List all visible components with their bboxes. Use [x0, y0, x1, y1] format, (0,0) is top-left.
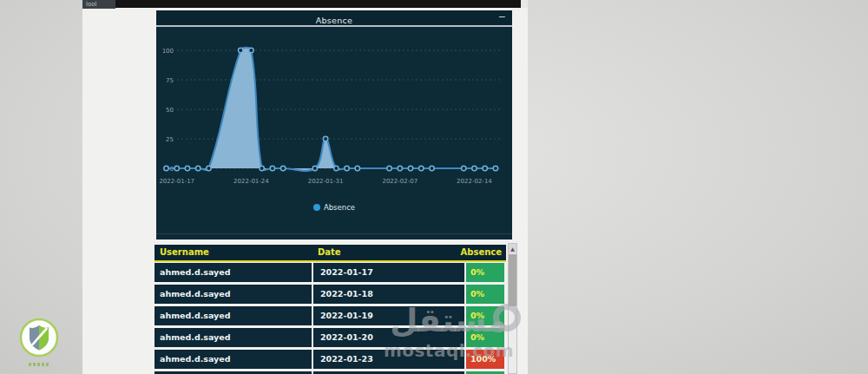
table-scrollbar[interactable]: ▲	[508, 243, 517, 374]
top-bar	[82, 0, 523, 8]
svg-text:100: 100	[162, 48, 174, 55]
date-cell: 2022-01-18	[313, 285, 464, 304]
absence-area-chart[interactable]: 02550751002022-01-172022-01-242022-01-31…	[156, 27, 512, 200]
top-bar-notch	[521, 0, 528, 8]
table-row: ahmed.d.sayed2022-01-170%	[155, 263, 506, 282]
username-cell: ahmed.d.sayed	[155, 350, 312, 369]
table-header-row: UsernameDateAbsence	[155, 245, 506, 262]
scroll-up-arrow[interactable]: ▲	[509, 244, 516, 253]
table-row: ahmed.d.sayed2022-01-200%	[155, 328, 506, 347]
absence-cell: 0%	[466, 328, 504, 347]
page: lool Absence − 02550751002022-01-172022-…	[0, 0, 868, 374]
svg-text:50: 50	[166, 107, 174, 114]
svg-text:25: 25	[166, 136, 174, 143]
absence-table: ahmed.d.sayed2022-01-170%ahmed.d.sayed20…	[155, 263, 506, 374]
username-cell: ahmed.d.sayed	[155, 263, 312, 282]
chart-legend[interactable]: Absence	[156, 203, 512, 212]
legend-label: Absence	[324, 203, 355, 212]
svg-text:2022-02-07: 2022-02-07	[382, 178, 418, 185]
absence-cell: 100%	[466, 350, 504, 369]
username-cell: ahmed.d.sayed	[155, 285, 312, 304]
column-header-username: Username	[160, 245, 209, 260]
username-cell: ahmed.d.sayed	[155, 328, 312, 347]
table-row: ahmed.d.sayed2022-01-190%	[155, 306, 506, 325]
svg-text:75: 75	[166, 77, 174, 84]
svg-text:2022-01-24: 2022-01-24	[233, 178, 269, 185]
logo-caption	[29, 363, 49, 366]
table-row: ahmed.d.sayed2022-01-180%	[155, 285, 506, 304]
scroll-thumb[interactable]	[509, 254, 516, 306]
column-header-date: Date	[318, 245, 341, 260]
column-header-absence: Absence	[461, 245, 502, 260]
date-cell: 2022-01-20	[313, 328, 464, 347]
company-logo	[18, 318, 60, 366]
date-cell: 2022-01-23	[313, 350, 464, 369]
panel-footer-divider	[156, 233, 512, 234]
svg-text:2022-01-31: 2022-01-31	[308, 178, 344, 185]
legend-dot-icon	[313, 204, 320, 211]
svg-text:2022-02-14: 2022-02-14	[457, 178, 492, 185]
absence-cell: 0%	[466, 285, 504, 304]
chart-panel-title: Absence	[316, 16, 353, 25]
absence-cell: 0%	[466, 263, 504, 282]
date-cell: 2022-01-17	[313, 263, 464, 282]
table-row: ahmed.d.sayed2022-01-23100%	[155, 350, 506, 369]
username-cell: ahmed.d.sayed	[155, 306, 312, 325]
shield-logo-icon	[19, 318, 59, 358]
svg-text:2022-01-17: 2022-01-17	[159, 178, 194, 185]
browser-fragment: lool	[82, 0, 115, 9]
absence-cell: 0%	[466, 306, 504, 325]
date-cell: 2022-01-19	[313, 306, 464, 325]
absence-chart-panel: Absence − 02550751002022-01-172022-01-24…	[156, 10, 512, 239]
chart-panel-header: Absence −	[156, 10, 512, 27]
collapse-button[interactable]: −	[498, 12, 506, 23]
